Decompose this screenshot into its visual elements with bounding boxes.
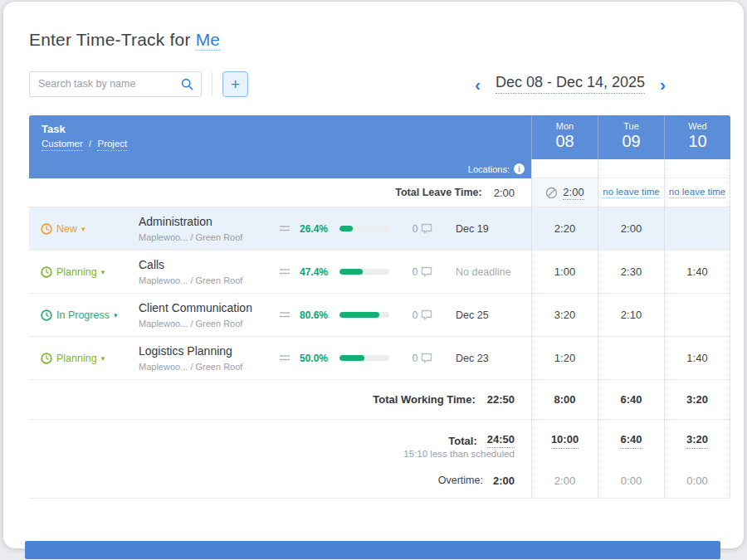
day-column-header: Mon08 <box>531 115 598 159</box>
status-clock-icon <box>41 266 52 278</box>
locations-label: Locations: <box>468 164 510 174</box>
task-name[interactable]: Client Communication <box>139 301 255 316</box>
schedule-note: 15:10 less than scheduled <box>403 449 515 463</box>
page-title-text: Enter Time-Track for <box>29 30 191 49</box>
task-name[interactable]: Calls <box>139 258 255 273</box>
day-column-header: Tue09 <box>598 115 664 159</box>
page-title: Enter Time-Track for Me <box>29 30 744 50</box>
status-caret-icon: ▾ <box>101 268 105 276</box>
search-input[interactable] <box>30 78 181 90</box>
progress-percent: 50.0% <box>300 353 339 364</box>
add-task-button[interactable]: + <box>222 71 248 97</box>
status-caret-icon: ▾ <box>101 354 105 363</box>
time-cell[interactable]: 1:40 <box>664 251 730 293</box>
status-caret-icon: ▾ <box>81 225 85 233</box>
description-icon[interactable] <box>280 268 300 275</box>
no-entry-icon <box>545 187 558 199</box>
task-customer-project: Maplewoo... / Green Roof <box>139 362 280 372</box>
total-value[interactable]: 24:50 <box>487 433 515 448</box>
progress-percent: 26.4% <box>300 223 339 235</box>
time-cell[interactable]: 1:20 <box>531 337 598 379</box>
day-total-value[interactable]: 10:00 <box>551 432 579 449</box>
day-date-label: 10 <box>665 132 730 151</box>
leave-label: Total Leave Time: <box>395 187 481 198</box>
table-header-row: Task Customer / Project Mon08Tue09Wed10 <box>29 115 730 159</box>
progress-percent: 47.4% <box>300 266 339 278</box>
progress-bar <box>339 355 389 361</box>
task-customer-project: Maplewoo... / Green Roof <box>139 275 280 285</box>
locations-row: Locations: i <box>29 159 730 178</box>
summary-day-cell: 6:400:00 <box>598 420 664 498</box>
leave-time-cell[interactable]: 2:00 <box>531 178 598 207</box>
project-header-link[interactable]: Project <box>97 139 127 151</box>
prev-week-icon[interactable]: ‹ <box>473 75 482 93</box>
no-leave-time-link[interactable]: no leave time <box>664 178 730 207</box>
comment-icon <box>421 309 432 320</box>
day-total-value[interactable]: 3:20 <box>686 432 708 449</box>
comment-icon <box>421 353 432 363</box>
day-overtime-value: 0:00 <box>621 472 642 489</box>
day-column-header: Wed10 <box>664 115 730 159</box>
description-icon[interactable] <box>280 311 300 319</box>
task-status-dropdown[interactable]: Planning ▾ <box>41 353 139 364</box>
header-separator: / <box>89 139 91 149</box>
time-cell[interactable]: 3:20 <box>531 294 598 336</box>
time-cell[interactable] <box>598 337 664 379</box>
comments-button[interactable]: 0 <box>403 266 442 278</box>
day-total-value[interactable]: 6:40 <box>620 432 642 449</box>
time-cell[interactable] <box>664 294 730 336</box>
progress-bar <box>339 312 389 318</box>
time-cell[interactable] <box>664 207 730 250</box>
summary-day-cell: 10:002:00 <box>531 420 598 498</box>
time-cell[interactable]: 1:40 <box>664 337 730 379</box>
customer-header-link[interactable]: Customer <box>42 139 83 151</box>
time-cell[interactable]: 1:00 <box>531 251 598 293</box>
description-icon[interactable] <box>280 354 300 362</box>
task-status-dropdown[interactable]: Planning ▾ <box>41 266 139 278</box>
task-status-dropdown[interactable]: In Progress ▾ <box>41 309 139 321</box>
next-week-icon[interactable]: › <box>658 75 667 93</box>
task-status-dropdown[interactable]: New ▾ <box>41 223 139 235</box>
description-icon[interactable] <box>280 225 300 232</box>
timesheet-table: Task Customer / Project Mon08Tue09Wed10 … <box>29 115 730 499</box>
horizontal-scrollbar[interactable] <box>25 541 720 559</box>
task-name[interactable]: Administration <box>139 215 255 230</box>
status-clock-icon <box>41 223 52 235</box>
time-cell[interactable]: 2:00 <box>598 207 664 250</box>
info-icon[interactable]: i <box>514 163 525 174</box>
day-name-label: Mon <box>532 121 598 131</box>
leave-time-row: Total Leave Time: 2:00 2:00no leave time… <box>29 178 730 207</box>
task-customer-project: Maplewoo... / Green Roof <box>139 232 280 242</box>
summary-left-cell: Total: 24:50 15:10 less than scheduled O… <box>29 420 531 498</box>
task-row: Planning ▾ Logistics Planning Maplewoo..… <box>29 337 730 380</box>
search-icon[interactable] <box>181 78 193 90</box>
task-row: New ▾ Administration Maplewoo... / Green… <box>29 207 730 251</box>
user-selector-link[interactable]: Me <box>196 30 221 51</box>
comments-button[interactable]: 0 <box>403 309 442 321</box>
task-name[interactable]: Logistics Planning <box>139 344 255 359</box>
week-range[interactable]: Dec 08 - Dec 14, 2025 <box>496 74 645 94</box>
progress-bar <box>339 269 389 275</box>
time-cell[interactable]: 2:30 <box>598 251 664 293</box>
deadline[interactable]: Dec 25 <box>442 309 531 321</box>
overtime-label: Overtime: <box>438 475 483 486</box>
working-day-total: 3:20 <box>664 380 730 419</box>
toolbar: + ‹ Dec 08 - Dec 14, 2025 › <box>29 71 744 97</box>
deadline[interactable]: Dec 23 <box>442 353 531 364</box>
progress-percent: 80.6% <box>300 309 339 321</box>
location-cell <box>598 159 664 178</box>
toolbar-divider <box>212 72 212 95</box>
comments-button[interactable]: 0 <box>403 353 442 364</box>
task-row: In Progress ▾ Client Communication Maple… <box>29 294 730 337</box>
deadline[interactable]: No deadline <box>442 266 531 278</box>
status-clock-icon <box>41 309 52 321</box>
time-cell[interactable]: 2:10 <box>598 294 664 336</box>
time-cell[interactable]: 2:20 <box>531 207 598 250</box>
comment-icon <box>421 266 432 277</box>
search-box <box>29 71 202 97</box>
no-leave-time-link[interactable]: no leave time <box>598 178 664 207</box>
deadline[interactable]: Dec 19 <box>442 223 531 235</box>
task-row: Planning ▾ Calls Maplewoo... / Green Roo… <box>29 251 730 294</box>
comments-button[interactable]: 0 <box>403 223 442 235</box>
day-name-label: Wed <box>665 121 730 131</box>
